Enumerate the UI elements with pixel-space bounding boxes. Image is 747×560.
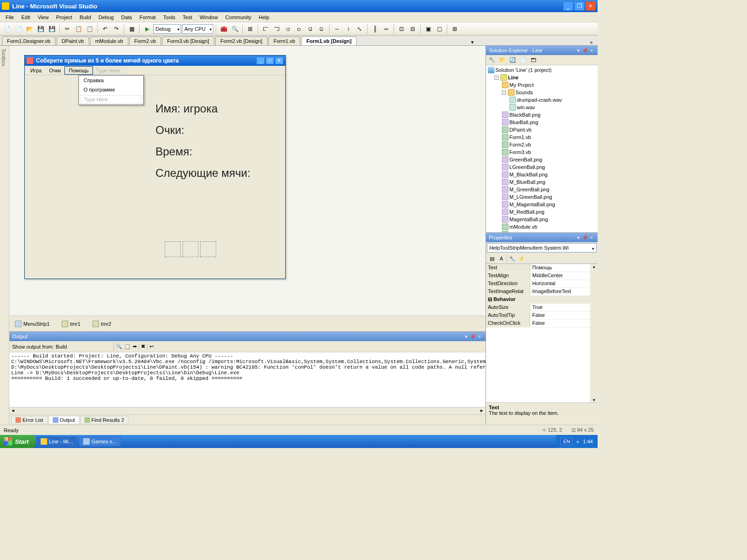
solexp-properties-button[interactable]: 🔧 — [488, 56, 496, 64]
component-tmr1[interactable]: tmr1 — [62, 321, 80, 327]
menu-test[interactable]: Test — [179, 14, 196, 21]
output-header[interactable]: Output ▾ 📌 × — [9, 332, 486, 341]
props-cat-button[interactable]: ▤ — [488, 254, 496, 263]
prop-row[interactable]: TextПомощь — [486, 264, 598, 272]
solexp-designer-button[interactable]: 🗔 — [529, 56, 537, 64]
paste-button[interactable]: 📋 — [85, 24, 95, 34]
align-left-button[interactable]: ⫍ — [261, 24, 271, 34]
label-time[interactable]: Время: — [155, 145, 276, 158]
solexp-showall-button[interactable]: 📁 — [498, 56, 507, 64]
tree-myproject[interactable]: My Project — [486, 81, 598, 89]
tab-dpaint[interactable]: DPaint.vb — [56, 36, 89, 45]
props-dropdown-icon[interactable]: ▾ — [575, 235, 582, 241]
menu-build[interactable]: Build — [76, 14, 95, 21]
task-games[interactable]: Games o... — [79, 436, 121, 447]
form-menustrip[interactable]: Игра Очки Помощь Type Here — [25, 66, 285, 75]
menu-format[interactable]: Format — [136, 14, 160, 21]
center-v-button[interactable]: ⊟ — [408, 24, 418, 34]
tree-file[interactable]: MagentaBall.png — [486, 216, 598, 223]
form-max-button[interactable]: □ — [266, 57, 274, 64]
solexp-refresh-button[interactable]: 🔄 — [508, 56, 517, 64]
tree-file[interactable]: Form1.vb — [486, 133, 598, 141]
tray-clock[interactable]: 1:44 — [583, 439, 593, 444]
prop-category[interactable]: ⊟ Behavior — [486, 296, 598, 304]
prop-row[interactable]: TextAlignMiddleCenter — [486, 272, 598, 280]
props-alpha-button[interactable]: A — [497, 254, 506, 263]
tree-file[interactable]: M_BlackBall.png — [486, 171, 598, 178]
align-mid-button[interactable]: ⫑ — [305, 24, 316, 34]
props-close-icon[interactable]: × — [588, 235, 595, 240]
scroll-up-icon[interactable]: ▴ — [590, 264, 598, 269]
menustrip-game[interactable]: Игра — [27, 67, 45, 74]
menu-help[interactable]: Help — [255, 14, 273, 21]
tab-form1[interactable]: Form1.vb — [268, 36, 300, 45]
minimize-button[interactable]: _ — [563, 1, 573, 11]
menu-community[interactable]: Community — [222, 14, 255, 21]
tree-file[interactable]: M_GreenBall.png — [486, 186, 598, 193]
tree-file[interactable]: BlueBall.png — [486, 119, 598, 126]
prop-row[interactable]: AutoSizeTrue — [486, 304, 598, 312]
solexp-header[interactable]: Solution Explorer - Line ▾ 📌 × — [486, 46, 598, 55]
nav-button[interactable]: ▦ — [127, 24, 137, 34]
hspace-button[interactable]: ║ — [370, 24, 380, 34]
copy-button[interactable]: 📋 — [73, 24, 84, 34]
tree-file[interactable]: BlackBall.png — [486, 111, 598, 119]
bring-front-button[interactable]: ▣ — [423, 24, 433, 34]
ball-slot-2[interactable] — [183, 241, 198, 257]
tab-output[interactable]: Output — [49, 416, 79, 424]
size-both-button[interactable]: ⤡ — [354, 24, 365, 34]
undo-button[interactable]: ↶ — [100, 24, 110, 34]
dropdown-reference[interactable]: Справка — [79, 76, 143, 85]
platform-combo[interactable]: Any CPU — [182, 24, 213, 34]
solexp-close-icon[interactable]: × — [588, 48, 595, 53]
designer-form[interactable]: Соберите прямые из 5 и более мячей одног… — [24, 55, 286, 279]
config-combo[interactable]: Debug — [153, 24, 181, 34]
save-all-button[interactable]: 💾 — [47, 24, 57, 34]
props-pin-icon[interactable]: 📌 — [582, 235, 588, 241]
system-tray[interactable]: EN « 1:44 — [556, 435, 598, 448]
tab-form2[interactable]: Form2.vb — [129, 36, 161, 45]
output-pushpin-icon[interactable]: 📌 — [470, 334, 476, 340]
tree-file[interactable]: M_LGreenBall.png — [486, 193, 598, 201]
output-clear-button[interactable]: ✖ — [141, 343, 145, 350]
tree-file[interactable]: drumpad-crash.wav — [486, 96, 598, 104]
output-source-combo[interactable]: Build — [56, 344, 112, 350]
tree-file[interactable]: Form2.vb — [486, 141, 598, 148]
toolbox-button[interactable]: 🧰 — [218, 24, 229, 34]
props-props-button[interactable]: 🔧 — [508, 254, 516, 263]
component-menustrip[interactable]: MenuStrip1 — [15, 321, 49, 327]
solexp-code-button[interactable]: 📄 — [519, 56, 527, 64]
output-next-button[interactable]: ➡ — [133, 343, 137, 350]
menu-project[interactable]: Project — [52, 14, 76, 21]
output-goto-button[interactable]: 📋 — [124, 343, 131, 350]
ball-slot-3[interactable] — [200, 241, 216, 257]
output-pin-icon[interactable]: ▾ — [463, 334, 470, 340]
add-item-button[interactable]: 📄 — [13, 24, 23, 34]
tree-file[interactable]: win.wav — [486, 104, 598, 111]
output-close-icon[interactable]: × — [476, 334, 483, 339]
tree-solution[interactable]: Solution 'Line' (1 project) — [486, 66, 598, 74]
redo-button[interactable]: ↷ — [111, 24, 121, 34]
tree-file[interactable]: Form3.vb — [486, 148, 598, 156]
component-tmr2[interactable]: tmr2 — [92, 321, 111, 327]
menu-tools[interactable]: Tools — [160, 14, 179, 21]
design-surface[interactable]: Соберите прямые из 5 и более мячей одног… — [9, 46, 486, 425]
solexp-pin-icon[interactable]: 📌 — [582, 48, 588, 54]
menu-window[interactable]: Window — [196, 14, 221, 21]
tree-project[interactable]: - Line — [486, 74, 598, 81]
next-balls-panel[interactable] — [165, 241, 216, 257]
start-debug-button[interactable]: ▶ — [142, 24, 152, 34]
tab-order-button[interactable]: ⊞ — [450, 24, 460, 34]
tray-lang[interactable]: EN — [561, 438, 572, 445]
prop-row[interactable]: TextDirectionHorizontal — [486, 280, 598, 288]
menu-edit[interactable]: Edit — [18, 14, 34, 21]
menu-debug[interactable]: Debug — [95, 14, 117, 21]
align-center-button[interactable]: ⫎ — [272, 24, 282, 34]
tab-error-list[interactable]: Error List — [11, 416, 48, 424]
tree-file[interactable]: LGreenBall.png — [486, 163, 598, 171]
form-min-button[interactable]: _ — [256, 57, 265, 64]
restore-button[interactable]: ❐ — [574, 1, 585, 11]
align-right-button[interactable]: ⫏ — [283, 24, 293, 34]
align-bot-button[interactable]: ⫒ — [317, 24, 327, 34]
size-height-button[interactable]: ↕ — [343, 24, 353, 34]
